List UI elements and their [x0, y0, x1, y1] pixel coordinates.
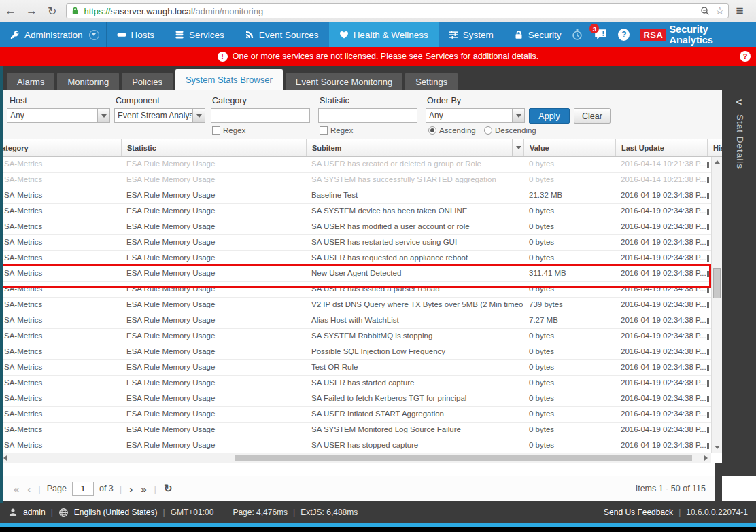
- bookmark-star-icon[interactable]: ☆: [715, 5, 724, 17]
- table-row[interactable]: SA-MetricsESA Rule Memory UsagePossible …: [0, 344, 711, 360]
- address-bar[interactable]: https://saserver.waugh.local/admin/monit…: [66, 3, 729, 18]
- table-row[interactable]: SA-MetricsESA Rule Memory UsageSA USER h…: [0, 376, 711, 391]
- column-header-statistic[interactable]: Statistic: [121, 139, 306, 156]
- services-stack-icon: [175, 30, 184, 39]
- stat-details-panel[interactable]: < Stat Details: [722, 90, 756, 476]
- banner-text-before: One or more services are not licensed. P…: [233, 52, 423, 61]
- cell-subitem: SA SYSTEM Monitored Log Source Failure: [306, 423, 523, 438]
- column-header-last-update[interactable]: Last Update: [615, 139, 707, 156]
- nav-administration[interactable]: Administration: [0, 22, 107, 47]
- nav-services[interactable]: Services: [165, 22, 235, 47]
- tab-policies[interactable]: Policies: [122, 73, 173, 90]
- table-row[interactable]: SA-MetricsESA Rule Memory UsageTest OR R…: [0, 360, 711, 376]
- chevron-down-icon[interactable]: [513, 108, 525, 123]
- table-row[interactable]: SA-MetricsESA Rule Memory UsageSA USER I…: [0, 407, 711, 423]
- app-window: ← → ↻ https://saserver.waugh.local/admin…: [0, 0, 756, 532]
- cell-statistic: ESA Rule Memory Usage: [121, 438, 306, 453]
- ascending-radio[interactable]: Ascending: [428, 126, 476, 135]
- host-select[interactable]: Any: [7, 108, 110, 123]
- table-row[interactable]: SA-MetricsESA Rule Memory UsageSA SYSTEM…: [0, 173, 711, 188]
- clear-button[interactable]: Clear: [574, 108, 611, 124]
- tab-system-stats-browser[interactable]: System Stats Browser: [175, 69, 283, 90]
- scroll-up-icon[interactable]: [715, 160, 720, 164]
- horizontal-scrollbar[interactable]: [0, 453, 711, 463]
- first-page-icon[interactable]: «: [10, 483, 23, 495]
- prev-page-icon[interactable]: ‹: [23, 483, 35, 495]
- browser-refresh-icon[interactable]: ↻: [42, 5, 62, 18]
- cell-value: 0 bytes: [523, 173, 615, 188]
- table-row[interactable]: SA-MetricsESA Rule Memory UsageV2 IP dst…: [0, 298, 711, 313]
- apply-button[interactable]: Apply: [529, 108, 570, 124]
- nav-health-wellness[interactable]: Health & Wellness: [329, 22, 439, 47]
- nav-security[interactable]: Security: [504, 22, 572, 47]
- nav-event-sources[interactable]: Event Sources: [235, 22, 329, 47]
- column-menu-icon[interactable]: [512, 139, 524, 156]
- table-row[interactable]: SA-MetricsESA Rule Memory UsageSA SYSTEM…: [0, 423, 711, 438]
- timezone: GMT+01:00: [171, 508, 214, 517]
- table-row-highlighted[interactable]: SA-MetricsESA Rule Memory UsageNew User …: [0, 266, 711, 282]
- refresh-icon[interactable]: ↻: [160, 482, 177, 495]
- last-page-icon[interactable]: »: [137, 483, 150, 495]
- column-header-value[interactable]: Value: [523, 139, 615, 156]
- expand-left-icon[interactable]: <: [722, 96, 756, 107]
- chevron-down-icon[interactable]: [98, 108, 110, 123]
- zoom-icon[interactable]: [700, 6, 710, 16]
- help-icon[interactable]: ?: [618, 29, 630, 41]
- current-user[interactable]: admin: [23, 508, 46, 517]
- browser-toolbar: ← → ↻ https://saserver.waugh.local/admin…: [0, 0, 756, 22]
- table-row[interactable]: SA-MetricsESA Rule Memory UsageSA SYSTEM…: [0, 204, 711, 219]
- tab-alarms[interactable]: Alarms: [7, 73, 54, 90]
- table-row[interactable]: SA-MetricsESA Rule Memory UsageSA USER h…: [0, 235, 711, 251]
- cell-last-update: 2016-04-19 02:34:38 P...: [615, 360, 707, 375]
- browser-back-icon[interactable]: ←: [0, 4, 21, 18]
- page-number-input[interactable]: [72, 482, 94, 496]
- cell-value: 0 bytes: [523, 251, 615, 266]
- table-row[interactable]: SA-MetricsESA Rule Memory UsageSA USER h…: [0, 282, 711, 298]
- chevron-down-icon[interactable]: [193, 108, 205, 123]
- cell-value: 0 bytes: [523, 360, 615, 375]
- column-header-history[interactable]: Hist: [707, 139, 722, 156]
- next-page-icon[interactable]: ›: [125, 483, 137, 495]
- tab-monitoring[interactable]: Monitoring: [57, 73, 119, 90]
- services-link[interactable]: Services: [426, 52, 458, 61]
- statistic-input[interactable]: [318, 108, 417, 123]
- order-by-select[interactable]: Any: [426, 108, 525, 123]
- language-setting[interactable]: English (United States): [74, 508, 158, 517]
- nav-hosts[interactable]: Hosts: [107, 22, 165, 47]
- table-row[interactable]: SA-MetricsESA Rule Memory UsageSA USER h…: [0, 438, 711, 453]
- radio-selected-icon: [428, 126, 436, 135]
- scroll-right-icon[interactable]: [704, 455, 708, 461]
- table-row[interactable]: SA-MetricsESA Rule Memory UsageSA USER h…: [0, 219, 711, 235]
- notifications-button[interactable]: 3: [594, 29, 607, 41]
- chevron-down-icon: [89, 30, 99, 40]
- table-row[interactable]: SA-MetricsESA Rule Memory UsageSA SYSTEM…: [0, 329, 711, 344]
- component-select[interactable]: Event Stream Analysis: [114, 108, 205, 123]
- table-row[interactable]: SA-MetricsESA Rule Memory UsageSA USER h…: [0, 251, 711, 266]
- banner-help-icon[interactable]: ?: [740, 51, 751, 62]
- table-row[interactable]: SA-MetricsESA Rule Memory UsageBaseline …: [0, 188, 711, 204]
- statistic-regex-checkbox[interactable]: Regex: [320, 126, 353, 135]
- horizontal-scrollbar-thumb[interactable]: [235, 455, 692, 461]
- category-input[interactable]: [211, 108, 310, 123]
- nav-system[interactable]: System: [439, 22, 504, 47]
- table-row[interactable]: SA-MetricsESA Rule Memory UsageSA Failed…: [0, 391, 711, 407]
- scroll-left-icon[interactable]: [3, 455, 7, 461]
- table-row[interactable]: SA-MetricsESA Rule Memory UsageAlias Hos…: [0, 313, 711, 329]
- browser-menu-icon[interactable]: ≡: [729, 3, 750, 18]
- grid-header: ategory Statistic Subitem Value Last Upd…: [0, 139, 722, 157]
- table-row[interactable]: SA-MetricsESA Rule Memory UsageSA USER h…: [0, 157, 711, 173]
- order-by-select-value: Any: [426, 108, 513, 123]
- column-header-subitem[interactable]: Subitem: [306, 139, 523, 156]
- vertical-scrollbar[interactable]: [711, 157, 722, 453]
- vertical-scrollbar-thumb[interactable]: [713, 268, 721, 298]
- cell-statistic: ESA Rule Memory Usage: [121, 235, 306, 250]
- category-regex-checkbox[interactable]: Regex: [212, 126, 245, 135]
- tab-settings[interactable]: Settings: [405, 73, 458, 90]
- column-header-category[interactable]: ategory: [0, 139, 121, 156]
- tab-event-source-monitoring[interactable]: Event Source Monitoring: [286, 73, 402, 90]
- stopwatch-icon[interactable]: [571, 29, 583, 41]
- send-feedback-link[interactable]: Send Us Feedback: [604, 508, 673, 517]
- scroll-down-icon[interactable]: [715, 446, 720, 449]
- descending-radio[interactable]: Descending: [484, 126, 536, 135]
- browser-forward-icon[interactable]: →: [21, 4, 42, 18]
